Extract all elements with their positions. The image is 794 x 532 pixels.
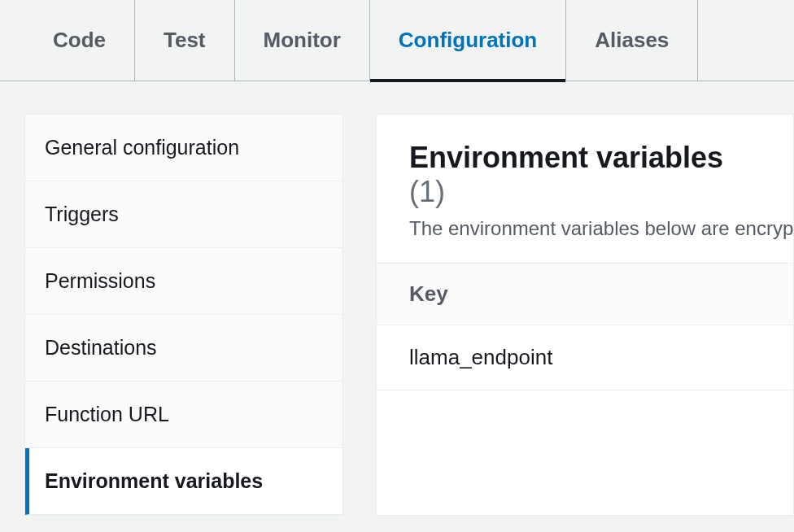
tab-monitor[interactable]: Monitor — [235, 0, 370, 81]
table-header-key: Key — [377, 263, 793, 325]
panel-subtitle: The environment variables below are encr… — [409, 217, 761, 240]
sidebar-item-environment-variables[interactable]: Environment variables — [25, 448, 342, 515]
sidebar-item-triggers[interactable]: Triggers — [25, 181, 342, 248]
sidebar-item-general-configuration[interactable]: General configuration — [25, 115, 342, 181]
tab-code[interactable]: Code — [24, 0, 135, 81]
tab-aliases[interactable]: Aliases — [566, 0, 698, 81]
panel-count: (1) — [409, 175, 445, 208]
panel-title: Environment variables — [409, 141, 723, 174]
tab-configuration[interactable]: Configuration — [370, 0, 566, 81]
table-row: llama_endpoint — [377, 325, 793, 390]
sidebar-item-function-url[interactable]: Function URL — [25, 382, 342, 448]
tab-test[interactable]: Test — [135, 0, 235, 81]
tabs-container: Code Test Monitor Configuration Aliases — [0, 0, 794, 81]
environment-variables-panel: Environment variables (1) The environmen… — [376, 114, 794, 516]
sidebar-item-destinations[interactable]: Destinations — [25, 315, 342, 382]
panel-header: Environment variables (1) The environmen… — [377, 115, 793, 263]
content-area: General configuration Triggers Permissio… — [0, 81, 794, 516]
configuration-sidebar: General configuration Triggers Permissio… — [24, 114, 343, 516]
sidebar-item-permissions[interactable]: Permissions — [25, 248, 342, 315]
